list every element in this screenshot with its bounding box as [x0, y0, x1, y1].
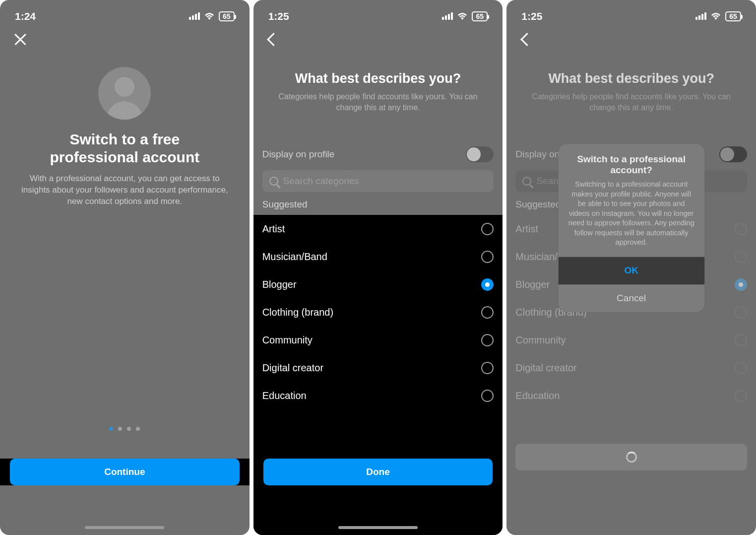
suggested-heading: Suggested — [253, 192, 503, 215]
battery-indicator: 65 — [472, 11, 488, 21]
radio-icon — [735, 223, 747, 235]
category-blogger[interactable]: Blogger — [253, 270, 503, 298]
wifi-icon — [204, 12, 215, 20]
home-indicator[interactable] — [338, 526, 418, 529]
radio-icon[interactable] — [481, 362, 494, 374]
status-bar: 1:25 65 — [253, 0, 503, 27]
back-icon — [518, 31, 535, 48]
display-on-profile-toggle — [719, 146, 747, 162]
screen-2-category-select: 1:25 65 What best describes you? Categor… — [253, 0, 503, 535]
category-artist[interactable]: Artist — [253, 215, 503, 243]
category-list[interactable]: Artist Musician/Band Blogger Clothing (b… — [253, 215, 503, 535]
category-education: Education — [506, 382, 756, 409]
alert-cancel-button[interactable]: Cancel — [558, 284, 704, 312]
screen-3-confirm-dialog: 1:25 65 What best describes you? Categor… — [506, 0, 756, 535]
status-time: 1:25 — [268, 10, 289, 22]
category-digital-creator[interactable]: Digital creator — [253, 354, 503, 382]
avatar-placeholder — [98, 67, 151, 120]
status-icons: 65 — [442, 11, 488, 21]
battery-indicator: 65 — [725, 11, 741, 21]
status-time: 1:25 — [521, 10, 542, 22]
status-icons: 65 — [189, 11, 235, 21]
radio-icon — [735, 334, 747, 346]
radio-icon[interactable] — [481, 390, 494, 402]
search-placeholder: Search categories — [283, 176, 359, 187]
category-digital-creator: Digital creator — [506, 354, 756, 382]
alert-title: Switch to a professional account? — [558, 144, 704, 180]
display-on-profile-row: Display on profile — [253, 146, 503, 162]
continue-button[interactable]: Continue — [10, 459, 240, 485]
page-dot — [118, 427, 122, 431]
back-icon[interactable] — [265, 31, 282, 48]
page-title: What best describes you? — [267, 71, 489, 86]
category-clothing-brand[interactable]: Clothing (brand) — [253, 298, 503, 326]
radio-icon[interactable] — [481, 223, 494, 235]
page-description: With a professional account, you can get… — [17, 173, 233, 207]
wifi-icon — [457, 12, 468, 20]
status-icons: 65 — [695, 11, 741, 21]
radio-icon[interactable] — [481, 278, 494, 291]
page-subtitle: Categories help people find accounts lik… — [267, 91, 489, 113]
category-education[interactable]: Education — [253, 382, 503, 409]
alert-body: Switching to a professional account make… — [558, 180, 704, 257]
category-community[interactable]: Community — [253, 326, 503, 354]
category-community: Community — [506, 326, 756, 354]
screen-1-switch-intro: 1:24 65 Switch — [0, 0, 250, 535]
battery-indicator: 65 — [219, 11, 235, 21]
display-on-profile-toggle[interactable] — [466, 146, 494, 162]
radio-icon[interactable] — [481, 306, 494, 319]
radio-icon[interactable] — [481, 251, 494, 263]
page-indicator — [0, 427, 250, 431]
search-categories-input[interactable]: Search categories — [262, 170, 494, 192]
alert-ok-button[interactable]: OK — [558, 257, 704, 284]
loading-button — [515, 444, 747, 470]
cellular-signal-icon — [189, 12, 200, 20]
page-dot — [136, 427, 140, 431]
wifi-icon — [710, 12, 721, 20]
radio-icon — [735, 362, 747, 374]
radio-icon — [735, 251, 747, 263]
display-on-profile-label: Display on profile — [262, 149, 335, 160]
category-musician-band[interactable]: Musician/Band — [253, 243, 503, 270]
search-icon — [269, 177, 278, 186]
page-dot — [127, 427, 131, 431]
page-title: Switch to a free professional account — [50, 131, 199, 166]
close-icon[interactable] — [12, 31, 29, 48]
page-subtitle: Categories help people find accounts lik… — [520, 91, 742, 113]
status-time: 1:24 — [15, 10, 36, 22]
radio-icon[interactable] — [481, 334, 494, 346]
radio-icon — [735, 390, 747, 402]
page-title: What best describes you? — [520, 71, 742, 86]
cellular-signal-icon — [442, 12, 453, 20]
radio-icon — [735, 306, 747, 319]
radio-icon — [735, 278, 747, 291]
cellular-signal-icon — [695, 12, 706, 20]
status-bar: 1:24 65 — [0, 0, 250, 27]
spinner-icon — [626, 452, 637, 463]
confirm-switch-alert: Switch to a professional account? Switch… — [558, 144, 704, 312]
status-bar: 1:25 65 — [506, 0, 756, 27]
search-icon — [522, 177, 531, 186]
home-indicator[interactable] — [85, 526, 164, 529]
done-button[interactable]: Done — [263, 459, 493, 485]
page-dot — [109, 427, 113, 431]
